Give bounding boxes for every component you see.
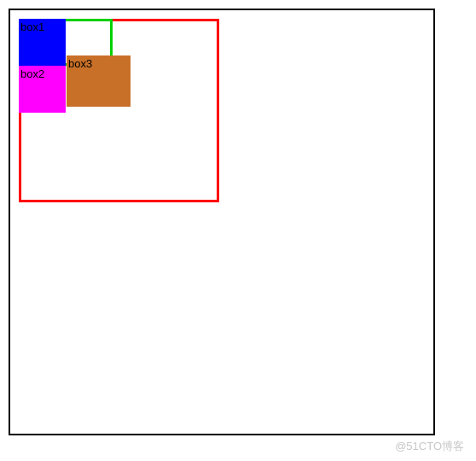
box2: box2 xyxy=(19,66,66,113)
watermark-text: @51CTO博客 xyxy=(395,439,464,454)
box3: box3 xyxy=(67,55,131,107)
red-container: box1 box3 box2 xyxy=(19,19,219,202)
box1: box1 xyxy=(19,19,66,66)
outer-container: box1 box3 box2 xyxy=(9,9,435,435)
